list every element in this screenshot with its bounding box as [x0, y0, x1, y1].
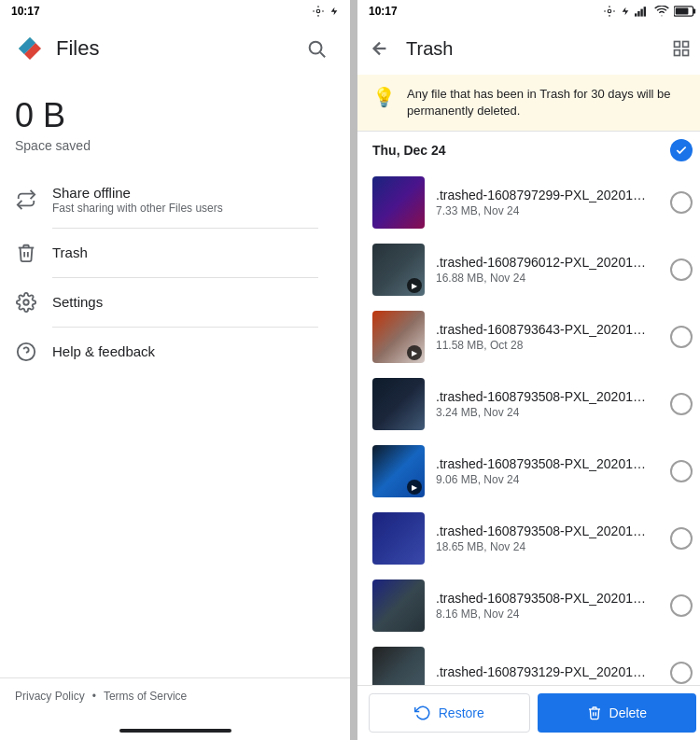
search-button[interactable] — [298, 30, 335, 67]
file-info-5: .trashed-1608793508-PXL_20201…9.06 MB, N… — [436, 456, 659, 486]
trash-nav-icon — [15, 242, 37, 264]
svg-point-0 — [316, 9, 320, 13]
sidebar-item-trash[interactable]: Trash — [0, 229, 350, 277]
file-checkbox-4[interactable] — [670, 393, 693, 415]
file-thumbnail-2: ▶ — [372, 244, 425, 296]
file-meta-3: 11.58 MB, Oct 28 — [436, 339, 659, 352]
trash-text: Trash — [52, 244, 88, 260]
top-bar-right: Trash — [357, 22, 700, 75]
flash-icon — [329, 5, 339, 18]
svg-point-7 — [310, 42, 322, 54]
file-name-8: .trashed-1608793129-PXL_20201… — [436, 664, 659, 679]
battery-icon — [674, 6, 696, 17]
app-title: Files — [56, 36, 287, 61]
svg-point-9 — [23, 300, 29, 305]
file-name-4: .trashed-1608793508-PXL_20201… — [436, 389, 659, 404]
file-thumbnail-4 — [372, 378, 425, 430]
file-list-item-4[interactable]: .trashed-1608793508-PXL_20201…3.24 MB, N… — [357, 370, 700, 438]
file-list-item-8[interactable]: .trashed-1608793129-PXL_20201… — [357, 639, 700, 685]
select-all-button[interactable] — [670, 139, 693, 161]
search-icon — [306, 38, 327, 59]
svg-rect-19 — [676, 8, 689, 15]
status-icons-right — [603, 5, 696, 18]
file-meta-2: 16.88 MB, Nov 24 — [436, 272, 659, 285]
share-offline-text: Share offline Fast sharing with other Fi… — [52, 185, 223, 215]
file-thumbnail-5: ▶ — [372, 445, 425, 497]
sidebar-item-help[interactable]: Help & feedback — [0, 328, 350, 376]
status-bar-left: 10:17 — [0, 0, 350, 22]
banner-text: Any file that has been in Trash for 30 d… — [407, 86, 693, 119]
svg-rect-13 — [635, 13, 637, 16]
file-thumbnail-1 — [372, 176, 425, 229]
help-nav-icon — [15, 341, 37, 363]
file-info-8: .trashed-1608793129-PXL_20201… — [436, 664, 659, 681]
home-bar-left — [119, 729, 231, 733]
delete-icon — [587, 705, 602, 720]
restore-button[interactable]: Restore — [369, 693, 530, 733]
top-bar-left: Files — [0, 22, 350, 75]
privacy-policy-link[interactable]: Privacy Policy — [15, 690, 85, 703]
file-meta-6: 18.65 MB, Nov 24 — [436, 540, 659, 553]
file-list-item-6[interactable]: .trashed-1608793508-PXL_20201…18.65 MB, … — [357, 505, 700, 572]
file-info-7: .trashed-1608793508-PXL_20201…8.16 MB, N… — [436, 591, 659, 621]
file-checkbox-5[interactable] — [670, 460, 693, 482]
svg-rect-18 — [693, 8, 696, 13]
delete-label: Delete — [609, 705, 647, 720]
settings-nav-title: Settings — [52, 294, 103, 310]
play-badge-3: ▶ — [407, 345, 422, 360]
settings-text: Settings — [52, 294, 103, 310]
file-checkbox-6[interactable] — [670, 527, 693, 550]
status-icons-left — [312, 5, 339, 18]
file-thumbnail-7 — [372, 579, 425, 632]
file-checkbox-1[interactable] — [670, 191, 693, 214]
file-checkbox-8[interactable] — [670, 662, 693, 684]
svg-rect-21 — [675, 42, 680, 48]
file-list-item-2[interactable]: ▶.trashed-1608796012-PXL_20201…16.88 MB,… — [357, 236, 700, 303]
status-time-right: 10:17 — [369, 5, 398, 18]
file-info-2: .trashed-1608796012-PXL_20201…16.88 MB, … — [436, 255, 659, 285]
file-checkbox-7[interactable] — [670, 594, 693, 617]
file-meta-4: 3.24 MB, Nov 24 — [436, 406, 659, 419]
file-name-5: .trashed-1608793508-PXL_20201… — [436, 456, 659, 471]
grid-view-button[interactable] — [663, 30, 700, 67]
svg-rect-24 — [683, 50, 689, 56]
svg-rect-14 — [637, 11, 639, 17]
bottom-actions: Restore Delete — [357, 685, 700, 740]
file-meta-1: 7.33 MB, Nov 24 — [436, 204, 659, 217]
panel-divider — [350, 0, 357, 740]
date-header: Thu, Dec 24 — [357, 132, 700, 169]
share-offline-icon — [15, 188, 37, 211]
help-nav-title: Help & feedback — [52, 343, 155, 359]
restore-icon — [414, 705, 431, 721]
restore-label: Restore — [439, 705, 484, 720]
back-button[interactable] — [361, 30, 399, 67]
file-checkbox-3[interactable] — [670, 326, 693, 348]
storage-label: Space saved — [15, 138, 335, 153]
date-label: Thu, Dec 24 — [372, 143, 446, 158]
sidebar-item-settings[interactable]: Settings — [0, 278, 350, 327]
delete-button[interactable]: Delete — [538, 693, 697, 733]
file-meta-7: 8.16 MB, Nov 24 — [436, 607, 659, 621]
left-footer: Privacy Policy • Terms of Service — [0, 677, 350, 721]
file-checkbox-2[interactable] — [670, 258, 693, 281]
sidebar-item-share-offline[interactable]: Share offline Fast sharing with other Fi… — [0, 172, 350, 228]
home-indicator-left — [0, 721, 350, 740]
file-info-4: .trashed-1608793508-PXL_20201…3.24 MB, N… — [436, 389, 659, 419]
settings-icon — [16, 292, 36, 313]
file-list-item-3[interactable]: ▶.trashed-1608793643-PXL_20201…11.58 MB,… — [357, 303, 700, 370]
file-info-3: .trashed-1608793643-PXL_20201…11.58 MB, … — [436, 322, 659, 352]
svg-rect-16 — [644, 7, 646, 16]
play-badge-2: ▶ — [407, 278, 422, 293]
left-panel: 10:17 Files — [0, 0, 350, 740]
file-info-1: .trashed-1608797299-PXL_20201…7.33 MB, N… — [436, 188, 659, 217]
terms-link[interactable]: Terms of Service — [104, 690, 187, 703]
file-list-item-7[interactable]: .trashed-1608793508-PXL_20201…8.16 MB, N… — [357, 572, 700, 639]
storage-section: 0 B Space saved — [0, 75, 350, 172]
signal-icon — [635, 6, 650, 17]
settings-nav-icon — [15, 291, 37, 314]
status-bar-right: 10:17 — [357, 0, 700, 22]
status-time-left: 10:17 — [11, 5, 40, 18]
file-list-item-1[interactable]: .trashed-1608797299-PXL_20201…7.33 MB, N… — [357, 169, 700, 236]
file-list-item-5[interactable]: ▶.trashed-1608793508-PXL_20201…9.06 MB, … — [357, 438, 700, 505]
svg-rect-22 — [683, 42, 689, 48]
